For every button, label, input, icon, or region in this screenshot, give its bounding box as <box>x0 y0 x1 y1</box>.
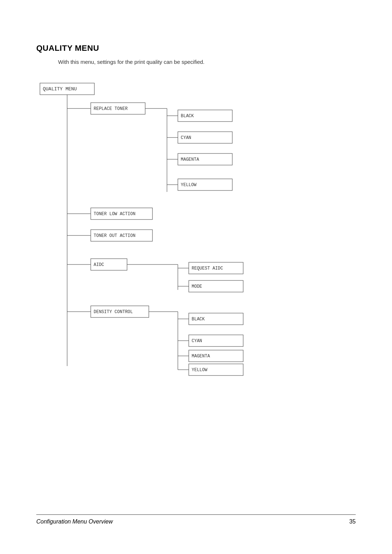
section-description: With this menu, settings for the print q… <box>58 59 356 65</box>
svg-text:CYAN: CYAN <box>192 338 202 344</box>
footer-title: Configuration Menu Overview <box>36 518 113 525</box>
svg-text:REPLACE TONER: REPLACE TONER <box>94 106 128 111</box>
svg-text:MODE: MODE <box>192 284 202 289</box>
svg-text:TONER LOW ACTION: TONER LOW ACTION <box>94 212 135 217</box>
svg-text:BLACK: BLACK <box>181 114 194 119</box>
svg-text:MAGENTA: MAGENTA <box>181 157 199 162</box>
footer-page-number: 35 <box>349 518 356 525</box>
svg-text:BLACK: BLACK <box>192 317 205 322</box>
svg-text:DENSITY CONTROL: DENSITY CONTROL <box>94 309 133 315</box>
svg-text:REQUEST AIDC: REQUEST AIDC <box>192 266 223 271</box>
svg-text:TONER OUT ACTION: TONER OUT ACTION <box>94 233 135 238</box>
svg-text:YELLOW: YELLOW <box>181 182 197 188</box>
svg-text:QUALITY MENU: QUALITY MENU <box>43 86 77 92</box>
svg-text:YELLOW: YELLOW <box>192 368 208 373</box>
svg-text:AIDC: AIDC <box>94 262 104 267</box>
page-footer: Configuration Menu Overview 35 <box>36 514 356 525</box>
quality-menu-diagram: QUALITY MENU REPLACE TONER BLACK CYAN MA… <box>36 79 309 381</box>
page-title: QUALITY MENU <box>36 44 356 53</box>
svg-text:MAGENTA: MAGENTA <box>192 354 210 359</box>
svg-text:CYAN: CYAN <box>181 135 191 140</box>
